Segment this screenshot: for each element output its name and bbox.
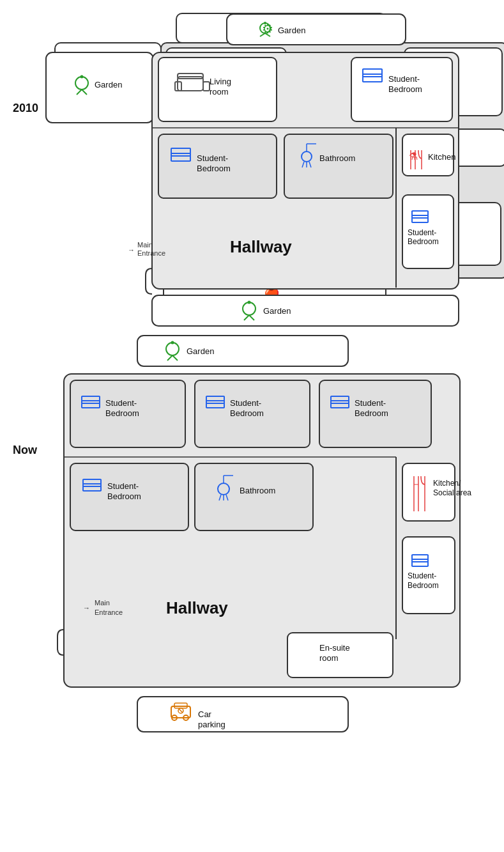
svg-line-39: [249, 315, 254, 320]
kitchen-social-text2: Social area: [433, 488, 471, 497]
bottom-garden-icon: 🍎: [264, 286, 280, 299]
main-entrance-arrow-now: →: [83, 604, 90, 612]
svg-rect-49: [206, 403, 224, 408]
svg-rect-58: [83, 486, 101, 491]
hallway-text-now: Hallway: [166, 598, 228, 617]
student-bed-now-2-text2: Bedroom: [230, 408, 264, 418]
main-entrance-2010: →: [168, 229, 408, 236]
car-parking-rect: [137, 697, 348, 732]
student-bed-now-right-text1: Student-: [408, 571, 436, 580]
svg-line-66: [226, 495, 228, 500]
top-garden-text-now: Garden: [187, 346, 214, 356]
student-bed-now-1-text1: Student-: [105, 398, 137, 408]
fork-icon-1: 🍴: [448, 141, 462, 155]
bathroom-now-text: Bathroom: [240, 486, 275, 495]
top-garden-rect-now: [137, 336, 348, 366]
svg-rect-76: [171, 706, 190, 718]
svg-point-79: [183, 715, 188, 720]
student-bed-now-left-rect: [70, 463, 188, 531]
student-bed-now-1-text2: Bedroom: [105, 408, 139, 418]
svg-rect-77: [174, 703, 187, 708]
car-parking-text: Car: [198, 709, 212, 719]
ensuite-room-text1: En-suite: [319, 643, 350, 653]
garden-icon: 🍎: [270, 22, 286, 35]
top-garden-2010: 🍎: [176, 13, 386, 43]
student-bed-now-1-rect: [70, 380, 185, 447]
kitchen-social-text1: Kitchen/: [433, 479, 461, 488]
kitchen-2010: 🍴: [408, 128, 504, 167]
ext-garden-icon: 🍎: [98, 71, 114, 84]
svg-rect-52: [331, 396, 349, 401]
car-parking-text2: parking: [198, 720, 225, 729]
student-bed-now-right-text2: Bedroom: [408, 581, 439, 590]
svg-point-78: [172, 715, 177, 720]
era-now-label: Now: [13, 444, 38, 456]
student-bed-now-2-text1: Student-: [230, 398, 261, 408]
shower-icon-1: 🚿: [336, 153, 352, 168]
svg-line-42: [167, 355, 172, 360]
svg-point-40: [166, 343, 179, 355]
student-bed-now-3-text2: Bedroom: [355, 408, 388, 418]
svg-point-61: [218, 483, 229, 495]
svg-rect-72: [412, 555, 428, 559]
bottom-garden-2010: 🍎: [163, 277, 386, 308]
svg-line-64: [219, 495, 221, 500]
main-entrance-label2-now: Entrance: [95, 608, 123, 616]
student-bed-now-2-rect: [195, 380, 310, 447]
svg-line-43: [172, 355, 178, 360]
ext-garden-2010: 🍎: [54, 42, 162, 112]
student-bed-now-3-text1: Student-: [355, 398, 386, 408]
svg-rect-44: [82, 396, 100, 401]
student-bedroom-right-2010: ⊟: [414, 202, 501, 266]
svg-point-41: [171, 341, 174, 345]
svg-rect-53: [331, 403, 349, 408]
svg-line-38: [244, 315, 249, 320]
building-now: [64, 374, 460, 687]
sofa-icon: 🛋️: [215, 74, 233, 90]
student-bed-now-left-text1: Student-: [107, 481, 139, 491]
svg-rect-57: [83, 479, 101, 484]
student-bedroom-top-right: ⊟: [404, 47, 503, 116]
svg-rect-45: [82, 403, 100, 408]
student-bed-now-3-rect: [319, 380, 431, 447]
main-entrance-label-now: Main: [95, 599, 110, 607]
svg-point-80: [178, 708, 183, 713]
svg-rect-73: [412, 562, 428, 566]
student-bed-now-left-text2: Bedroom: [107, 492, 141, 501]
student-bedroom-left: ⊟: [165, 130, 287, 191]
svg-rect-48: [206, 396, 224, 401]
ensuite-room-rect: [287, 633, 393, 678]
bed-icon-1: ⊟: [445, 74, 456, 89]
kitchen-social-rect: [402, 463, 455, 521]
student-bed-now-right-rect: [402, 537, 455, 614]
living-room: 🛋️: [165, 47, 287, 116]
svg-line-81: [179, 709, 183, 713]
bathroom-now-rect: [195, 463, 313, 531]
ensuite-room-text2: room: [319, 653, 339, 663]
bed-icon-2: ⊟: [218, 153, 229, 168]
bathroom-2010: 🚿: [291, 130, 402, 191]
bed-icon-3: ⊟: [450, 226, 461, 242]
